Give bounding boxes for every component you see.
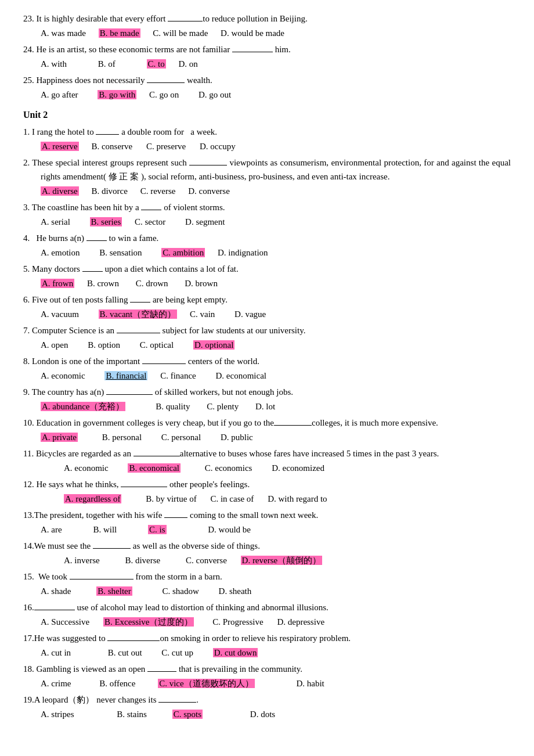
u2-q11-optA: A. economic: [64, 463, 109, 473]
u2-q3-optB: B. series: [90, 217, 122, 226]
u2-q17-optB: B. cut out: [108, 648, 142, 657]
u2-q4-options: A. emotion B. sensation C. ambition D. i…: [41, 246, 511, 260]
q25-optB: B. go with: [98, 90, 136, 99]
u2-q12-optD: D. with regard to: [268, 494, 327, 503]
u2-q1-optC: C. preserve: [146, 142, 186, 151]
u2-q14-optD: D. reverse（颠倒的）: [241, 556, 323, 565]
u2-q8: 8. London is one of the important center…: [23, 354, 511, 383]
u2-q1-optA: A. reserve: [41, 142, 79, 151]
u2-q10-optB: B. personal: [102, 433, 142, 442]
u2-q7-optC: C. optical: [140, 340, 174, 350]
q24-text: 24. He is an artist, so these economic t…: [41, 42, 511, 56]
u2-q4-text: 4. He burns a(n) to win a fame.: [41, 231, 511, 245]
u2-q18-optA: A. crime: [41, 679, 71, 688]
u2-q8-optB: B. financial: [104, 371, 147, 380]
u2-q5: 5. Many doctors upon a diet which contai…: [23, 262, 511, 290]
u2-q12-options: A. regardless of B. by virtue of C. in c…: [41, 492, 511, 506]
u2-q18: 18. Gambling is viewed as an open that i…: [23, 662, 511, 690]
u2-q14-optB: B. diverse: [125, 556, 160, 565]
u2-q15-text: 15. We took from the storm in a barn.: [41, 570, 511, 584]
q23-optB: B. be made: [99, 28, 140, 38]
u2-q19-options: A. stripes B. stains C. spots D. dots: [41, 707, 511, 721]
u2-q1-options: A. reserve B. conserve C. preserve D. oc…: [41, 139, 511, 153]
u2-q3-text: 3. The coastline has been hit by a of vi…: [41, 200, 511, 214]
u2-q9-options: A. abundance（充裕） B. quality C. plenty D.…: [41, 399, 511, 413]
u2-q1-optB: B. conserve: [91, 142, 132, 151]
u2-q13-optB: B. will: [93, 525, 117, 534]
u2-q19-optA: A. stripes: [41, 710, 74, 719]
u2-q3-optC: C. sector: [135, 217, 165, 226]
u2-q15-options: A. shade B. shelter C. shadow D. sheath: [41, 584, 511, 598]
q23-optD: D. would be made: [221, 28, 284, 38]
q25-optA: A. go after: [41, 90, 78, 99]
u2-q2-optA: A. diverse: [41, 186, 79, 196]
u2-q2-optC: C. reverse: [140, 186, 176, 196]
u2-q8-optA: A. economic: [41, 371, 85, 380]
u2-q5-optA: A. frown: [41, 279, 74, 288]
u2-q7-optA: A. open: [41, 340, 68, 350]
u2-q1: 1. I rang the hotel to a double room for…: [23, 125, 511, 153]
q24-optD: D. on: [178, 59, 197, 69]
q25-optD: D. go out: [199, 90, 231, 99]
u2-q13-options: A. are B. will C. is D. would be: [41, 523, 511, 537]
q25-options: A. go after B. go with C. go on D. go ou…: [41, 88, 511, 102]
u2-q6: 6. Five out of ten posts falling are bei…: [23, 293, 511, 321]
u2-q16-optC: C. Progressive: [212, 617, 264, 627]
u2-q11-optC: C. economics: [205, 463, 252, 473]
u2-q4-optB: B. sensation: [99, 248, 142, 257]
q23-text: 23. It is highly desirable that every ef…: [41, 12, 511, 26]
u2-q6-optD: D. vague: [234, 309, 266, 319]
u2-q14-text: 14.We must see the as well as the obvers…: [41, 539, 511, 553]
u2-q15-optA: A. shade: [41, 586, 71, 596]
u2-q15: 15. We took from the storm in a barn. A.…: [23, 570, 511, 598]
q25-text: 25. Happiness does not necessarily wealt…: [41, 73, 511, 87]
u2-q9-optB: B. quality: [156, 402, 190, 411]
u2-q10-text: 10. Education in government colleges is …: [41, 416, 511, 430]
u2-q9: 9. The country has a(n) of skilled worke…: [23, 385, 511, 413]
u2-q14: 14.We must see the as well as the obvers…: [23, 539, 511, 567]
u2-q9-text: 9. The country has a(n) of skilled worke…: [41, 385, 511, 399]
u2-q5-optD: D. brown: [185, 279, 218, 288]
u2-q3-optD: D. segment: [185, 217, 225, 226]
question-23: 23. It is highly desirable that every ef…: [23, 12, 511, 40]
u2-q18-options: A. crime B. offence C. vice（道德败坏的人） D. h…: [41, 676, 511, 690]
u2-q8-optD: D. economical: [216, 371, 266, 380]
u2-q17: 17.He was suggested to on smoking in ord…: [23, 631, 511, 660]
question-24: 24. He is an artist, so these economic t…: [23, 42, 511, 71]
u2-q17-text: 17.He was suggested to on smoking in ord…: [41, 631, 511, 645]
u2-q4-optC: C. ambition: [161, 248, 205, 257]
u2-q11-optD: D. economized: [272, 463, 324, 473]
u2-q2-options: A. diverse B. divorce C. reverse D. conv…: [41, 184, 511, 198]
u2-q11-optB: B. economical: [128, 463, 181, 473]
u2-q18-text: 18. Gambling is viewed as an open that i…: [41, 662, 511, 676]
u2-q6-optB: B. vacant（空缺的）: [99, 309, 178, 319]
u2-q9-optA: A. abundance（充裕）: [41, 402, 125, 411]
u2-q10: 10. Education in government colleges is …: [23, 416, 511, 444]
u2-q12-optB: B. by virtue of: [146, 494, 197, 503]
u2-q16-options: A. Successive B. Excessive（过度的） C. Progr…: [41, 615, 511, 629]
u2-q1-optD: D. occupy: [200, 142, 236, 151]
u2-q18-optC: C. vice（道德败坏的人）: [158, 679, 255, 688]
u2-q7: 7. Computer Science is an subject for la…: [23, 323, 511, 352]
u2-q14-optC: C. converse: [186, 556, 227, 565]
u2-q12: 12. He says what he thinks, other people…: [23, 477, 511, 506]
u2-q2: 2. These special interest groups represe…: [23, 156, 511, 198]
u2-q11-options: A. economic B. economical C. economics D…: [41, 461, 511, 475]
unit2-title: Unit 2: [23, 110, 511, 120]
u2-q6-optA: A. vacuum: [41, 309, 79, 319]
u2-q3-options: A. serial B. series C. sector D. segment: [41, 215, 511, 229]
part1-questions: 23. It is highly desirable that every ef…: [23, 12, 511, 102]
question-25: 25. Happiness does not necessarily wealt…: [23, 73, 511, 102]
unit2-questions: 1. I rang the hotel to a double room for…: [23, 125, 511, 721]
u2-q16-optA: A. Successive: [41, 617, 89, 627]
u2-q1-text: 1. I rang the hotel to a double room for…: [41, 125, 511, 139]
u2-q8-text: 8. London is one of the important center…: [41, 354, 511, 368]
u2-q16-text: 16. use of alcohol may lead to distortio…: [41, 600, 511, 614]
u2-q19-text: 19.A leopard（豹） never changes its .: [41, 693, 511, 707]
u2-q17-optD: D. cut down: [213, 648, 258, 657]
u2-q13-text: 13.The president, together with his wife…: [41, 508, 511, 522]
u2-q18-optD: D. habit: [296, 679, 324, 688]
u2-q9-optC: C. plenty: [207, 402, 239, 411]
q24-optB: B. of: [98, 59, 116, 69]
u2-q19: 19.A leopard（豹） never changes its . A. s…: [23, 693, 511, 721]
